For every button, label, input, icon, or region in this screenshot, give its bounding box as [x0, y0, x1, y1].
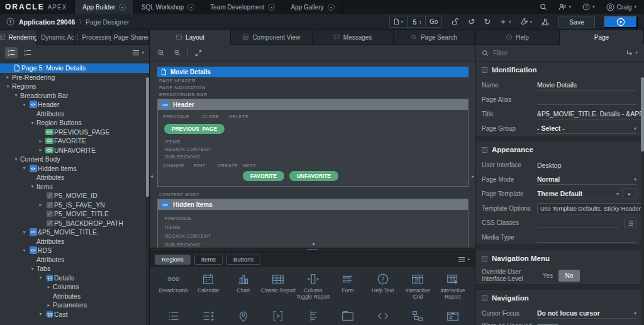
tree-expander-icon[interactable]: ▾ [20, 248, 28, 253]
create-menu-button[interactable]: ＋▾ [499, 16, 511, 27]
gallery-tab-items[interactable]: Items [194, 255, 223, 265]
tree-node-attributes[interactable]: Attributes [0, 109, 149, 119]
nav-tab-app-builder[interactable]: App Builder▾ [74, 0, 134, 14]
media-type-field[interactable] [537, 232, 636, 243]
tree-expander-icon[interactable]: ▸ [45, 284, 53, 290]
tree-expander-icon[interactable]: ▸ [36, 147, 45, 153]
tree-node-attributes[interactable]: Attributes [0, 292, 149, 301]
tree-node-attributes[interactable]: Attributes [0, 173, 149, 182]
gallery-item-interactive-report[interactable]: Interactive Report [435, 272, 470, 300]
tab-rendering[interactable]: Rendering [0, 30, 37, 45]
tree-node-regions[interactable]: ▾Regions [0, 82, 149, 91]
user-menu[interactable]: Craig ▾ [606, 3, 636, 11]
page-mode-select[interactable]: Normal▾ [537, 174, 636, 185]
help-menu-icon[interactable]: ? ▾ [582, 3, 595, 11]
gallery-item-region-display[interactable]: Region Display [331, 309, 366, 325]
css-classes-list-button[interactable] [624, 218, 636, 228]
breadcrumb-application[interactable]: Application 29046 [19, 18, 75, 26]
tree-expander-icon[interactable]: ▾ [28, 266, 36, 272]
gallery-item-static-content[interactable]: Static Content [365, 309, 401, 325]
tree-expander-icon[interactable]: ▾ [20, 229, 28, 235]
run-page-button[interactable] [604, 16, 638, 28]
utilities-menu-button[interactable]: ▾ [520, 18, 533, 26]
tree-node-items[interactable]: ▾Items [0, 182, 149, 192]
gallery-item-reflow-report[interactable]: Reflow Report [296, 309, 331, 325]
zoom-out-icon[interactable] [155, 47, 167, 58]
page-template-goto-button[interactable]: ▸ [623, 189, 636, 199]
tree-node-p5-is-fave-yn[interactable]: ▸P5_IS_FAVE_YN [0, 201, 149, 210]
tree-expander-icon[interactable]: ▾ [36, 311, 45, 317]
gallery-item-list[interactable]: List [156, 309, 191, 325]
tree-node-columns[interactable]: ▸Columns [0, 282, 149, 292]
search-icon[interactable] [540, 3, 547, 11]
page-alias-field[interactable] [537, 94, 636, 105]
tree-node-pre-rendering[interactable]: ▸Pre-Rendering [0, 73, 149, 82]
tree-node-page-5-movie-details[interactable]: Page 5: Movie Details [0, 63, 149, 73]
page-group-select[interactable]: - Select -▾ [537, 123, 636, 134]
section-header-identification[interactable]: Identification [475, 62, 644, 78]
shared-components-icon[interactable] [541, 18, 550, 26]
template-options-button[interactable]: Use Template Defaults, Sticky Header on … [537, 203, 644, 214]
tree-node-details[interactable]: ▾Details [0, 273, 149, 283]
tab-page-search[interactable]: Page Search [394, 30, 475, 45]
tree-node-p5-movie-id[interactable]: P5_MOVIE_ID [0, 191, 149, 201]
tree-expander-icon[interactable]: ▾ [12, 157, 20, 162]
filter-input[interactable] [493, 49, 622, 57]
tree-expander-icon[interactable]: ▾ [4, 84, 12, 89]
gallery-tab-buttons[interactable]: Buttons [226, 255, 260, 265]
section-header-appearance[interactable]: Appearance [475, 141, 644, 158]
gallery-item-url[interactable]: URL [435, 309, 470, 325]
gallery-item-breadcrumb[interactable]: Breadcrumb [156, 272, 191, 300]
tree-expander-icon[interactable]: ▾ [28, 120, 36, 126]
tree-node-hidden-items[interactable]: ▾</>Hidden Items [0, 164, 149, 174]
tree-expander-icon[interactable]: ▾ [12, 92, 20, 98]
nav-tab-team-development[interactable]: Team Development▾ [203, 0, 283, 14]
tree-node-attributes[interactable]: Attributes [0, 255, 149, 265]
override-user-interface-level-option-no[interactable]: No [558, 270, 580, 282]
tree-expander-icon[interactable]: ▾ [28, 184, 36, 189]
tree-node-previous-page[interactable]: PREVIOUS_PAGE [0, 128, 149, 137]
gallery-item-help-text[interactable]: ?Help Text [365, 272, 401, 300]
tree-menu-button[interactable]: ▾ [132, 50, 144, 56]
collapse-left-icon[interactable]: ◂ [150, 174, 153, 179]
up-arrow-icon[interactable] [6, 18, 14, 26]
tree-node-p5-backdrop-path[interactable]: P5_BACKDROP_PATH [0, 219, 149, 228]
tree-expander-icon[interactable]: ▸ [4, 74, 12, 80]
tree-expander-icon[interactable]: ▾ [36, 275, 45, 280]
previous-page-button[interactable]: PREVIOUS_PAGE [164, 124, 225, 134]
spinner-arrows-icon[interactable]: ▴▾ [419, 19, 421, 25]
tree-node-unfavorite[interactable]: ▸UNFAVORITE [0, 146, 149, 155]
header-region-titlebar[interactable]: </> Header [158, 99, 468, 110]
zoom-in-icon[interactable] [171, 47, 184, 58]
props-scrollbar[interactable] [641, 76, 644, 325]
tree-node-tabs[interactable]: ▾Tabs [0, 264, 149, 273]
tree-scrollbar[interactable] [146, 76, 149, 325]
favorite-button[interactable]: FAVORITE [243, 171, 284, 181]
tree-node-attributes[interactable]: Attributes [0, 237, 149, 246]
gallery-item-tree[interactable]: Tree [401, 309, 436, 325]
gallery-item-column-toggle-report[interactable]: Column Toggle Report [296, 272, 331, 300]
gallery-item-form[interactable]: Form [331, 272, 366, 300]
redo-icon[interactable]: ↻ [484, 17, 491, 26]
nav-tab-sql-workshop[interactable]: SQL Workshop▾ [134, 0, 203, 14]
name-field[interactable]: Movie Details [537, 80, 636, 91]
tab-processing[interactable]: Processing [75, 30, 112, 45]
tree-node-parameters[interactable]: ▸Parameters [0, 300, 149, 310]
layout-page-node[interactable]: Movie Details [157, 67, 469, 77]
tree-node-breadcrumb-bar[interactable]: ▾Breadcrumb Bar [0, 91, 149, 101]
gallery-menu-button[interactable]: ▾ [458, 256, 470, 263]
section-header-navigation[interactable]: Navigation [475, 290, 644, 306]
page-template-select[interactable]: Theme Default▾ [537, 189, 619, 199]
order-by-processing-button[interactable]: 12 [5, 47, 18, 58]
tab-page-shared-[interactable]: Page Shared... [112, 30, 149, 45]
gallery-item-pl-sql-dynamic[interactable]: PL/SQL Dynamic [261, 309, 296, 325]
expand-icon[interactable] [192, 47, 204, 58]
tab-page[interactable]: Page [560, 30, 644, 45]
tree-expander-icon[interactable]: ▾ [20, 165, 28, 171]
tree-node-header[interactable]: ▾</>Header [0, 100, 149, 109]
page-number-stepper[interactable]: 5 ▴▾ [408, 16, 426, 27]
collapse-right-icon[interactable]: ▸ [472, 174, 474, 179]
tree-node-&p5-movie-title-[interactable]: ▾</>&P5_MOVIE_TITLE. [0, 228, 149, 237]
nav-tab-app-gallery[interactable]: App Gallery▾ [283, 0, 342, 14]
tree-expander-icon[interactable]: ▸ [36, 138, 45, 144]
